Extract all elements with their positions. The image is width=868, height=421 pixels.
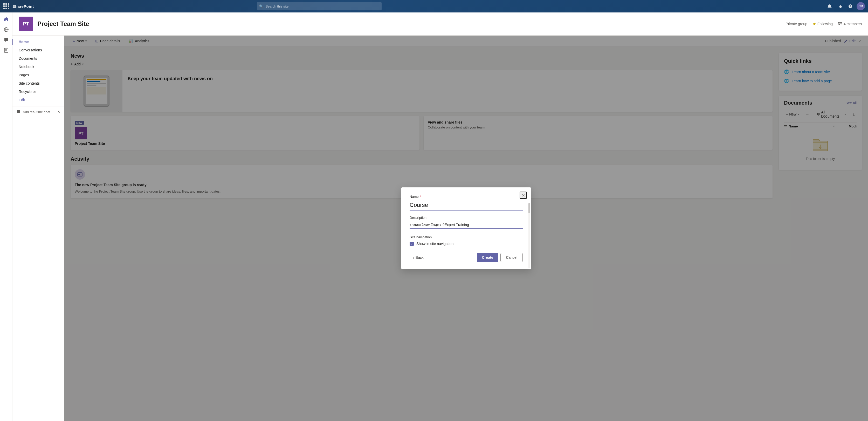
notifications-icon[interactable] xyxy=(826,2,834,10)
description-field-label: Description xyxy=(410,216,523,219)
page-icon-bar[interactable] xyxy=(2,46,11,55)
sidebar-nav: Home Conversations Documents Notebook Pa… xyxy=(12,35,64,421)
site-header-right: Private group ★ Following 4 members xyxy=(786,22,862,26)
site-nav-label: Site navigation xyxy=(410,235,523,239)
sidebar-item-site-contents[interactable]: Site contents xyxy=(12,79,64,88)
sidebar-item-conversations[interactable]: Conversations xyxy=(12,46,64,54)
name-field-label: Name * xyxy=(410,195,523,199)
sidebar-item-notebook[interactable]: Notebook xyxy=(12,63,64,71)
create-button[interactable]: Create xyxy=(477,253,499,262)
search-input[interactable] xyxy=(257,2,381,10)
scroll-track xyxy=(528,203,530,268)
settings-icon[interactable] xyxy=(836,2,844,10)
site-area: PT Project Team Site Private group ★ Fol… xyxy=(12,12,868,421)
sidebar-chat[interactable]: Add real-time chat × xyxy=(12,106,64,117)
main-content: + New ▾ ⊞ Page details 📊 Analytics xyxy=(64,35,868,421)
top-navigation: SharePoint 🔍 CR xyxy=(0,0,868,12)
search-icon: 🔍 xyxy=(259,4,263,8)
show-in-nav-checkbox[interactable]: ✓ xyxy=(410,242,414,246)
sidebar-item-recycle-bin[interactable]: Recycle bin xyxy=(12,88,64,96)
modal-close-button[interactable]: ✕ xyxy=(520,191,527,199)
sidebar-item-pages[interactable]: Pages xyxy=(12,71,64,79)
nav-right-icons: CR xyxy=(826,2,865,10)
modal-overlay: ✕ Name * Description Site navigation ✓ S… xyxy=(64,35,868,421)
back-button[interactable]: ‹ Back xyxy=(410,254,427,261)
create-page-modal: ✕ Name * Description Site navigation ✓ S… xyxy=(401,187,531,269)
app-launcher[interactable] xyxy=(3,3,9,9)
chat-icon-bar[interactable] xyxy=(2,35,11,44)
show-in-nav-row: ✓ Show in site navigation xyxy=(410,242,523,246)
members-link[interactable]: 4 members xyxy=(838,22,862,26)
app-name: SharePoint xyxy=(12,4,34,8)
back-chevron-icon: ‹ xyxy=(413,255,414,260)
sidebar-item-home[interactable]: Home xyxy=(12,38,64,46)
help-icon[interactable] xyxy=(846,2,855,10)
site-logo: PT xyxy=(19,17,33,31)
show-in-nav-label: Show in site navigation xyxy=(416,242,454,246)
globe-icon-bar[interactable] xyxy=(2,25,11,34)
main-layout: PT Project Team Site Private group ★ Fol… xyxy=(0,12,868,421)
chat-close-icon[interactable]: × xyxy=(58,110,60,114)
icon-bar xyxy=(0,12,12,421)
home-icon-bar[interactable] xyxy=(2,14,11,24)
sidebar-item-documents[interactable]: Documents xyxy=(12,54,64,63)
sidebar-item-edit[interactable]: Edit xyxy=(12,96,64,104)
site-title: Project Team Site xyxy=(37,20,89,28)
modal-actions: Create Cancel xyxy=(477,253,523,262)
description-input[interactable] xyxy=(410,221,523,229)
name-input[interactable] xyxy=(410,200,523,210)
user-avatar[interactable]: CR xyxy=(857,2,865,10)
site-header-left: PT Project Team Site xyxy=(19,17,89,31)
modal-footer: ‹ Back Create Cancel xyxy=(410,253,523,262)
required-indicator: * xyxy=(419,195,422,199)
star-icon: ★ xyxy=(812,22,816,26)
scroll-thumb[interactable] xyxy=(528,203,530,213)
search-bar[interactable]: 🔍 xyxy=(257,2,381,10)
following-button[interactable]: ★ Following xyxy=(812,22,833,26)
private-group-label: Private group xyxy=(786,22,807,26)
site-header: PT Project Team Site Private group ★ Fol… xyxy=(12,12,868,35)
content-row: Home Conversations Documents Notebook Pa… xyxy=(12,35,868,421)
cancel-button[interactable]: Cancel xyxy=(500,253,523,262)
